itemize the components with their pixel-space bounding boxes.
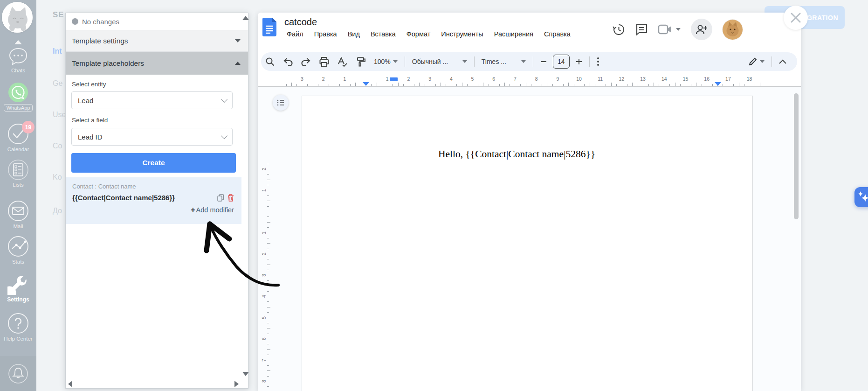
paint-roller-icon <box>356 57 365 67</box>
menu-bar: Файл Правка Вид Вставка Формат Инструмен… <box>283 29 574 39</box>
menu-insert[interactable]: Вставка <box>367 29 399 39</box>
ruler-tick <box>339 84 340 86</box>
print-button[interactable] <box>315 57 333 67</box>
zoom-select[interactable]: 100% <box>370 58 402 65</box>
user-avatar[interactable] <box>723 20 743 40</box>
ruler-number: 12 <box>619 76 625 82</box>
placeholder-chip-title: Contact : Contact name <box>72 183 234 190</box>
more-options-button[interactable] <box>592 57 604 66</box>
ruler-number: 1 <box>343 76 346 82</box>
indent-marker[interactable] <box>390 77 398 81</box>
ruler-number: 18 <box>747 76 752 82</box>
section-template-placeholders[interactable]: Template placeholders <box>66 52 248 75</box>
entity-label: Select entity <box>72 81 106 88</box>
add-modifier-button[interactable]: +Add modifier <box>72 206 234 214</box>
ruler-tick <box>377 83 377 86</box>
status-dot-icon <box>72 18 78 25</box>
ai-assistant-button[interactable] <box>854 187 868 207</box>
redo-button[interactable] <box>297 57 315 66</box>
menu-file[interactable]: Файл <box>283 29 307 39</box>
ruler-tick <box>723 84 723 86</box>
ruler-number: 6 <box>492 76 495 82</box>
ruler-tick <box>267 238 269 238</box>
ruler-number: 7 <box>261 359 267 362</box>
ruler-tick <box>483 83 483 86</box>
document-outline-button[interactable] <box>273 95 289 111</box>
paragraph-style-select[interactable]: Обычный ... <box>408 58 471 65</box>
ruler-tick <box>691 84 691 86</box>
ruler-number: 4 <box>261 295 267 298</box>
field-select[interactable]: Lead ID <box>71 128 233 146</box>
section-template-settings[interactable]: Template settings <box>66 30 248 52</box>
docs-header: catcode Файл Правка Вид Вставка Формат И… <box>258 13 801 48</box>
ruler-tick <box>446 84 446 86</box>
ruler-horizontal[interactable]: 321123456789101112131415161718 <box>258 75 801 87</box>
decrease-font-size-button[interactable] <box>536 58 551 65</box>
ruler-number: 2 <box>261 168 267 170</box>
editing-mode-select[interactable] <box>744 57 769 66</box>
left-margin-marker[interactable] <box>363 82 369 86</box>
ruler-tick <box>659 84 659 86</box>
ruler-tick <box>267 386 269 387</box>
ruler-number: 3 <box>428 76 431 82</box>
increase-font-size-button[interactable] <box>572 58 586 65</box>
ruler-tick <box>611 83 612 86</box>
ruler-tick <box>702 84 702 86</box>
ruler-tick <box>393 84 393 86</box>
document-title[interactable]: catcode <box>284 17 317 28</box>
paint-format-button[interactable] <box>351 57 370 67</box>
hide-menus-button[interactable] <box>775 59 791 64</box>
ruler-vertical[interactable]: 211234567891011 <box>258 161 271 391</box>
ruler-tick <box>267 365 269 366</box>
scroll-right-arrow[interactable] <box>234 381 239 387</box>
menu-tools[interactable]: Инструменты <box>438 29 486 39</box>
ruler-tick <box>267 265 270 265</box>
ruler-tick <box>267 344 269 344</box>
menu-help[interactable]: Справка <box>541 29 574 39</box>
font-family-select[interactable]: Times ... <box>477 58 530 65</box>
arrow-dropdown-icon <box>462 60 467 63</box>
spellcheck-button[interactable] <box>333 57 351 67</box>
undo-button[interactable] <box>279 57 297 66</box>
copy-icon[interactable] <box>217 194 224 202</box>
ruler-tick <box>696 83 696 86</box>
right-margin-marker[interactable] <box>715 82 721 86</box>
comments-icon[interactable] <box>635 23 648 36</box>
version-history-icon[interactable] <box>613 23 625 36</box>
scroll-up-arrow[interactable] <box>242 16 249 20</box>
scroll-down-arrow[interactable] <box>242 372 249 376</box>
create-button[interactable]: Create <box>71 153 236 173</box>
ruler-number: 6 <box>261 337 267 340</box>
ruler-tick <box>267 280 269 281</box>
ruler-number: 2 <box>322 76 325 82</box>
ruler-tick <box>267 312 269 313</box>
ruler-tick <box>590 83 590 86</box>
ruler-number: 1 <box>386 76 389 82</box>
menu-extensions[interactable]: Расширения <box>491 29 537 39</box>
arrow-dropdown-icon <box>760 60 765 63</box>
ruler-number: 1 <box>261 189 267 192</box>
entity-select[interactable]: Lead <box>71 91 233 109</box>
document-text[interactable]: Hello, {{Contact|Contact name|5286}} <box>438 148 595 160</box>
paragraph-style-value: Обычный ... <box>412 58 448 65</box>
header-actions <box>613 19 743 40</box>
ruler-tick <box>267 222 270 223</box>
trash-icon[interactable] <box>227 194 234 202</box>
share-button[interactable] <box>691 19 712 40</box>
ruler-tick <box>403 84 404 86</box>
menu-format[interactable]: Формат <box>403 29 434 39</box>
scroll-left-arrow[interactable] <box>68 381 72 387</box>
ruler-number: 15 <box>683 76 689 82</box>
menu-edit[interactable]: Правка <box>311 29 340 39</box>
search-menus-button[interactable] <box>261 57 279 66</box>
template-panel: No changes Template settings Template pl… <box>65 13 248 389</box>
chevron-up-icon <box>779 59 786 64</box>
docs-scrollbar-thumb[interactable] <box>794 93 799 219</box>
close-modal-button[interactable] <box>784 6 808 30</box>
font-size-input[interactable]: 14 <box>553 55 570 69</box>
menu-view[interactable]: Вид <box>344 29 363 39</box>
video-call-button[interactable] <box>658 24 681 35</box>
toolbar-divider <box>589 56 590 67</box>
document-page[interactable]: Hello, {{Contact|Contact name|5286}} <box>302 96 753 391</box>
ruler-number: 2 <box>407 76 410 82</box>
